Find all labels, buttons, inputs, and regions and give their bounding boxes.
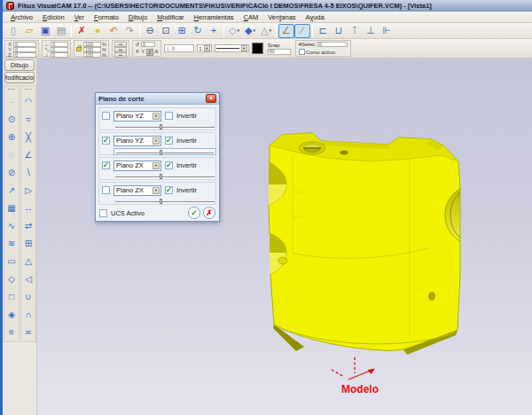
- ucs-activo-checkbox[interactable]: [99, 209, 107, 217]
- plane-enable-checkbox[interactable]: ✓: [102, 137, 110, 145]
- menu-dibujo[interactable]: Dibujo: [124, 12, 152, 22]
- point-icon[interactable]: ●: [90, 24, 106, 38]
- slider-track[interactable]: [115, 127, 215, 129]
- tool-angle-icon[interactable]: ∠: [21, 146, 35, 163]
- cam-tool-icon[interactable]: ⊺: [347, 24, 363, 38]
- zoom-out-icon[interactable]: ⊖: [142, 24, 158, 38]
- viewport[interactable]: Modelo Plano de corte × Plano YZ▾Inverti…: [37, 59, 532, 415]
- tool-layers-icon[interactable]: ≡: [4, 324, 19, 341]
- tool-polygon-icon[interactable]: ◇: [4, 270, 19, 287]
- slider-thumb[interactable]: [160, 124, 162, 129]
- chevron-down-icon[interactable]: ▾: [204, 45, 210, 51]
- dialog-title-bar[interactable]: Plano de corte ×: [96, 93, 219, 105]
- set-layer-icon[interactable]: ↦: [114, 52, 127, 58]
- cam-pocket-icon[interactable]: ⊏: [315, 24, 331, 38]
- tool-point-on-icon[interactable]: ⊙: [4, 111, 19, 128]
- tool-join-icon[interactable]: ∪: [21, 288, 35, 305]
- invertir-checkbox[interactable]: ✓: [165, 161, 173, 169]
- tab-dibujo[interactable]: Dibujo: [4, 59, 35, 71]
- tool-rectangle-icon[interactable]: ▭: [4, 253, 19, 270]
- chevron-down-icon[interactable]: ▾: [153, 187, 160, 194]
- slider-thumb[interactable]: [160, 174, 162, 179]
- pen-width-dropdown[interactable]: 1 ▾: [197, 44, 211, 52]
- plane-select[interactable]: Plano ZX▾: [113, 161, 161, 171]
- tool-break-icon[interactable]: ╳: [21, 129, 35, 145]
- print-icon[interactable]: ▤: [53, 24, 69, 38]
- model-solid[interactable]: [269, 133, 460, 355]
- invertir-checkbox[interactable]: [165, 112, 173, 120]
- slider-track[interactable]: [115, 201, 215, 203]
- cam-mill-icon[interactable]: ⊔: [331, 24, 347, 38]
- view-isometric-icon[interactable]: △▾: [258, 24, 274, 38]
- dialog-close-button[interactable]: ×: [206, 94, 216, 103]
- view-wireframe-icon[interactable]: ◇▾: [226, 24, 242, 38]
- ok-button[interactable]: ✓: [188, 207, 200, 219]
- slider-track[interactable]: [115, 176, 215, 178]
- tab-modificacion[interactable]: Modificación: [4, 72, 35, 83]
- zoom-extents-icon[interactable]: ⊞: [174, 24, 190, 38]
- axis-z[interactable]: Z: [146, 49, 153, 56]
- tool-arc-icon[interactable]: ◠: [21, 93, 35, 110]
- plane-enable-checkbox[interactable]: ✓: [102, 161, 110, 169]
- height-field[interactable]: 0: [51, 52, 68, 58]
- axis-y[interactable]: Y: [141, 49, 146, 56]
- chevron-down-icon[interactable]: ▾: [153, 162, 160, 169]
- cam-drill-icon[interactable]: ⊥: [363, 24, 379, 38]
- como-activo-checkbox[interactable]: [299, 49, 305, 55]
- pan-icon[interactable]: +: [206, 24, 222, 38]
- length-field[interactable]: L 0: [164, 44, 194, 52]
- tool-wave-icon[interactable]: ≋: [4, 235, 19, 252]
- tool-circle-icon[interactable]: ◌: [4, 146, 19, 163]
- redo-icon[interactable]: ↷: [121, 24, 137, 38]
- chevron-down-icon[interactable]: ▾: [153, 113, 160, 120]
- tool-stretch-icon[interactable]: ↔: [21, 200, 35, 216]
- tool-extend-icon[interactable]: ▷: [21, 182, 35, 199]
- chevron-down-icon[interactable]: ▾: [253, 28, 255, 33]
- line-style-dropdown[interactable]: ▾: [215, 44, 249, 52]
- orbit-icon[interactable]: ↻: [190, 24, 206, 38]
- menu-modificar[interactable]: Modificar: [153, 12, 188, 22]
- tool-arrow-icon[interactable]: ↗: [4, 182, 19, 199]
- invertir-checkbox[interactable]: ✓: [165, 186, 173, 194]
- plane-select[interactable]: Plano YZ▾: [113, 136, 161, 146]
- scale-z-field[interactable]: 100: [83, 52, 101, 58]
- undo-icon[interactable]: ↶: [106, 24, 121, 38]
- tool-point-offset-icon[interactable]: ⊕: [4, 129, 19, 145]
- slider-thumb[interactable]: [160, 150, 162, 155]
- cam-simulate-icon[interactable]: ⊩: [379, 24, 395, 38]
- plane-offset-slider[interactable]: [113, 198, 216, 205]
- open-file-icon[interactable]: ▱: [21, 24, 37, 38]
- zoom-window-icon[interactable]: ⊡: [158, 24, 174, 38]
- menu-edición[interactable]: Edición: [38, 12, 69, 22]
- measure-tool-icon[interactable]: ∠: [278, 24, 294, 38]
- invertir-checkbox[interactable]: ✓: [165, 137, 173, 145]
- axis-selector[interactable]: XYZA: [135, 49, 159, 56]
- snap-field[interactable]: 50: [268, 49, 291, 55]
- tool-solid-icon[interactable]: ◈: [4, 306, 19, 323]
- menu-ventanas[interactable]: Ventanas: [263, 12, 300, 22]
- menu-herramientas[interactable]: Herramientas: [190, 12, 239, 22]
- tool-align-icon[interactable]: ≍: [21, 324, 35, 341]
- z-field[interactable]: 0: [13, 52, 36, 58]
- menu-archivo[interactable]: Archivo: [6, 12, 37, 22]
- tool-box-icon[interactable]: □: [4, 288, 19, 305]
- tool-chamfer-icon[interactable]: ∖: [21, 164, 35, 181]
- chevron-down-icon[interactable]: ▾: [269, 28, 271, 33]
- rotation-field[interactable]: 0: [141, 42, 155, 47]
- menu-formato[interactable]: Formato: [90, 12, 123, 22]
- tool-trim-icon[interactable]: ⊘: [4, 164, 19, 181]
- menu-cam[interactable]: CAM: [239, 12, 263, 22]
- tool-spline-icon[interactable]: ∿: [4, 217, 19, 234]
- tool-point-icon[interactable]: ∙: [4, 93, 19, 110]
- plane-offset-slider[interactable]: [113, 123, 216, 130]
- chevron-down-icon[interactable]: ▾: [241, 45, 247, 51]
- menu-ayuda[interactable]: Ayuda: [301, 12, 329, 22]
- delete-icon[interactable]: ✗: [74, 24, 90, 38]
- sketch-tool-icon[interactable]: ∕: [294, 24, 310, 38]
- tool-smooth-icon[interactable]: ≈: [21, 111, 35, 128]
- slider-thumb[interactable]: [160, 199, 162, 204]
- tool-mirror-icon[interactable]: ◁: [21, 270, 35, 287]
- chevron-down-icon[interactable]: ▾: [237, 28, 239, 33]
- menu-ver[interactable]: Ver: [70, 12, 89, 22]
- plane-select[interactable]: Plano ZX▾: [113, 185, 161, 196]
